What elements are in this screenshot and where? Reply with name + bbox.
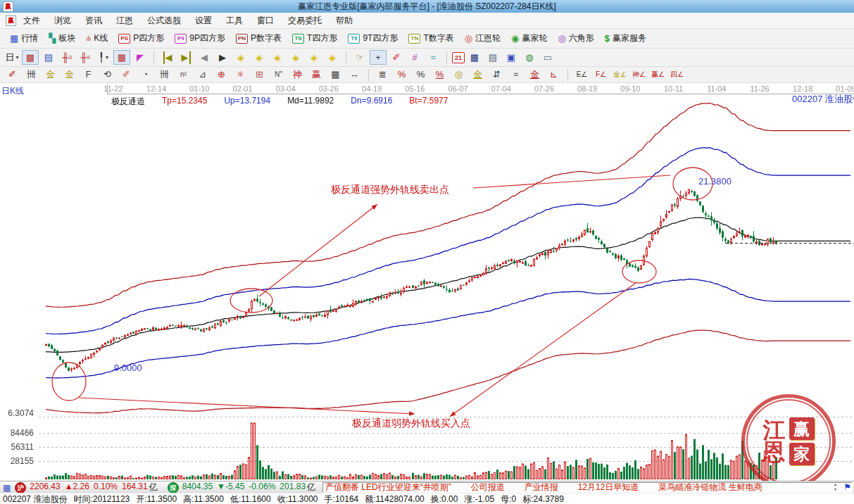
gold-ruler-1-button[interactable]: 金 (42, 68, 59, 82)
toolbar-winner-wheel-button[interactable]: ◉赢家轮 (507, 31, 551, 46)
angle-f-button[interactable]: F∠ (592, 68, 610, 82)
ticker-scroll-arrows[interactable]: ▴ ▾ (832, 482, 839, 493)
calendar-21-button[interactable]: 21 (452, 52, 465, 63)
period-day-button[interactable]: 日▾ (4, 50, 20, 65)
red-brush-button[interactable]: ✐ (118, 68, 135, 82)
ticker-scroll-down-icon[interactable]: ▾ (834, 487, 836, 492)
kline-3-button[interactable]: ╫3 (58, 50, 75, 65)
gold-ruler-2-button[interactable]: 金 (61, 68, 78, 82)
shen-lines-button[interactable]: 神 (289, 68, 306, 82)
note-list-button[interactable]: ▤ (40, 50, 57, 65)
grid-123-button[interactable]: ▦ (327, 68, 344, 82)
kline-9-button[interactable]: ╫9 (77, 50, 94, 65)
toolbar-quotes-button[interactable]: ▦行情 (6, 31, 42, 46)
toolbar-t-table-button[interactable]: TNT数字表 (404, 31, 458, 46)
n-square-button[interactable]: n² (175, 68, 192, 82)
menu-item-6[interactable]: 工具 (219, 13, 250, 28)
toolbar-sectors-button[interactable]: ▚板块 (44, 31, 80, 46)
export-globe-button[interactable]: ◍ (521, 50, 538, 65)
stats-table-button[interactable]: ≣ (374, 68, 391, 82)
ticker-scroll-up-icon[interactable]: ▴ (834, 482, 836, 487)
status-flag-icon[interactable]: ⚑ (843, 482, 851, 492)
mirror-angle-button[interactable]: ⊿ (194, 68, 211, 82)
toolbar-gann-wheel-button[interactable]: ◎江恩轮 (460, 31, 505, 46)
pattern-mode-button[interactable]: ▩ (22, 50, 39, 65)
single-candle-button[interactable]: ╿▾ (95, 50, 112, 65)
ticker-headline-0[interactable]: 产值翻番 LED行业望迎来“井喷期” (325, 483, 451, 492)
star-rays-button[interactable]: ✳ (232, 68, 249, 82)
toolbar-9t-square-button[interactable]: T99T四方形 (344, 31, 402, 46)
ticker-headline-2[interactable]: 产业情报 (525, 483, 558, 492)
toolbar-hexagon-button[interactable]: ◎六角形 (553, 31, 598, 46)
toolbar-winner-service-button[interactable]: $赢家服务 (601, 31, 651, 46)
mdi-child-icon[interactable]: 赢 (6, 15, 16, 26)
angle-e-button[interactable]: E∠ (573, 68, 591, 82)
toolbar-9p-square-button[interactable]: P99P四方形 (170, 31, 230, 46)
ticker-headline-4[interactable]: 菜鸟瞄准冷链物流 生鲜电商 (658, 483, 762, 492)
draw-mark-button[interactable]: ✐ (388, 50, 405, 65)
menu-item-9[interactable]: 帮助 (329, 13, 360, 28)
menu-item-2[interactable]: 资讯 (78, 13, 109, 28)
zoom-out-v-button[interactable]: ◈ (324, 50, 341, 65)
angle-ying-button[interactable]: 赢∠ (649, 68, 667, 82)
save-disk-button[interactable]: ▣ (503, 50, 520, 65)
price-arrows-button[interactable]: ⇵ (488, 68, 506, 82)
menu-item-1[interactable]: 浏览 (47, 13, 78, 28)
ticker-headline-1[interactable]: 公司报道 (471, 483, 505, 492)
pct-line-button[interactable]: % (431, 68, 448, 82)
toolbar-t-square-button[interactable]: TST四方形 (288, 31, 341, 46)
menu-item-8[interactable]: 交易委托 (281, 13, 329, 28)
angle-four-button[interactable]: 四∠ (668, 68, 686, 82)
wave-tool-button[interactable]: ≈ (425, 50, 441, 65)
menu-item-7[interactable]: 窗口 (250, 13, 281, 28)
last-page-button[interactable]: ▶ (177, 50, 194, 65)
gann-ruler-button[interactable]: 卌 (23, 68, 40, 82)
ying-lines-button[interactable]: 赢 (308, 68, 325, 82)
spiral-button[interactable]: ⟲ (99, 68, 116, 82)
k-notch-button[interactable]: Ν″ (270, 68, 287, 82)
menu-item-0[interactable]: 文件 (16, 13, 47, 28)
market-grid-icon[interactable]: ▦ (3, 483, 11, 493)
crosshair-button[interactable]: + (370, 50, 387, 65)
toolbar-p-square-button[interactable]: PSP四方形 (114, 31, 168, 46)
page-prev-button[interactable]: ◀ (196, 50, 213, 65)
shift-right-button[interactable]: ◈ (251, 50, 268, 65)
shenzhen-index-quote[interactable]: 8404.35 ▼-5.45 -0.06% 201.83 亿 (182, 481, 315, 493)
pct-plain-button[interactable]: % (412, 68, 429, 82)
menu-item-5[interactable]: 设置 (188, 13, 219, 28)
angle-gold-button[interactable]: 金∠ (611, 68, 629, 82)
brush-button[interactable]: ✐ (4, 68, 21, 82)
square-spiral-button[interactable]: ⊞ (251, 68, 268, 82)
print-button[interactable]: ▭ (539, 50, 556, 65)
ticker-headline-3[interactable]: 12月12日早知道 (578, 483, 639, 492)
menu-item-3[interactable]: 江恩 (109, 13, 140, 28)
circle-target-button[interactable]: ⊕ (213, 68, 230, 82)
news-ticker[interactable]: 产值翻番 LED行业望迎来“井喷期”公司报道产业情报12月12日早知道菜鸟瞄准冷… (322, 482, 853, 493)
color-chart-button[interactable]: ◤ (132, 50, 149, 65)
toolbar-kline-button[interactable]: ılıK线 (82, 31, 112, 46)
zoom-in-h-button[interactable]: ◈ (269, 50, 286, 65)
angle-shen-button[interactable]: 神∠ (630, 68, 648, 82)
zoom-in-v-button[interactable]: ◈ (306, 50, 322, 65)
pct-slash-button[interactable]: % (393, 68, 410, 82)
time-ruler-button[interactable]: 卌 (156, 68, 173, 82)
arc-3-button[interactable]: ◔ (137, 68, 154, 82)
toolbar-p-table-button[interactable]: PNP数字表 (232, 31, 286, 46)
compare-k-button[interactable]: ▦ (113, 50, 130, 65)
zoom-out-h-button[interactable]: ◈ (287, 50, 304, 65)
hand-tool-button[interactable]: ☞ (351, 50, 368, 65)
gold-hline-button[interactable]: 金 (469, 68, 486, 82)
first-page-button[interactable]: ◀ (159, 50, 176, 65)
menu-item-4[interactable]: 公式选股 (140, 13, 188, 28)
gold-circle-button[interactable]: ◎ (450, 68, 467, 82)
measure-x-button[interactable]: ↔ (346, 68, 363, 82)
gann-web-button[interactable]: # (406, 50, 423, 65)
calculator-button[interactable]: ▦ (466, 50, 483, 65)
page-next-button[interactable]: ▶ (214, 50, 231, 65)
j-angle-button[interactable]: ⊾ (545, 68, 563, 82)
memo-pad-button[interactable]: ▤ (484, 50, 501, 65)
gold-red-line-button[interactable]: 金 (526, 68, 544, 82)
shanghai-index-quote[interactable]: 2206.43 ▲2.26 0.10% 164.31 亿 (30, 481, 157, 493)
wave-fit-button[interactable]: ≈ (507, 68, 525, 82)
fib-ruler-button[interactable]: F (80, 68, 97, 82)
